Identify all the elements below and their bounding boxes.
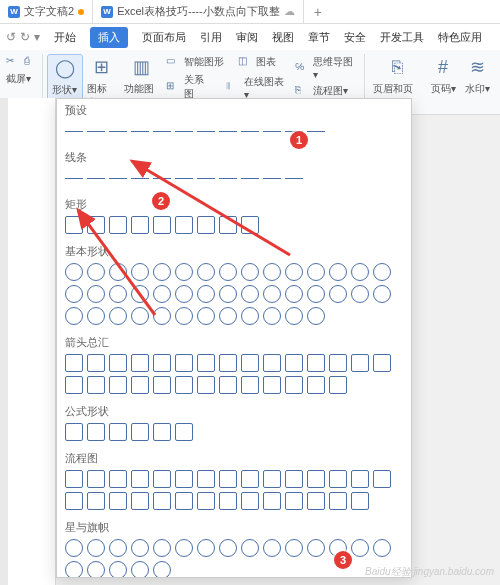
shape-item[interactable] xyxy=(131,169,149,187)
shape-item[interactable] xyxy=(65,263,83,281)
shape-item[interactable] xyxy=(263,307,281,325)
shape-item[interactable] xyxy=(65,561,83,578)
shape-item[interactable] xyxy=(175,122,193,140)
shape-item[interactable] xyxy=(109,423,127,441)
shape-item[interactable] xyxy=(131,561,149,578)
shape-item[interactable] xyxy=(65,376,83,394)
shape-item[interactable] xyxy=(197,539,215,557)
shape-item[interactable] xyxy=(65,122,83,140)
shape-item[interactable] xyxy=(197,263,215,281)
shape-item[interactable] xyxy=(241,122,259,140)
shape-item[interactable] xyxy=(241,376,259,394)
tab-doc2[interactable]: W Excel表格技巧----小数点向下取整 ☁ xyxy=(93,0,304,23)
screenshot-button[interactable]: 截屏▾ xyxy=(6,72,38,86)
shape-item[interactable] xyxy=(263,376,281,394)
shape-item[interactable] xyxy=(219,492,237,510)
shape-item[interactable] xyxy=(307,492,325,510)
shape-item[interactable] xyxy=(219,470,237,488)
shape-item[interactable] xyxy=(263,263,281,281)
pagenum-button[interactable]: # 页码▾ xyxy=(426,54,460,110)
shape-item[interactable] xyxy=(263,122,281,140)
shape-item[interactable] xyxy=(241,470,259,488)
shape-item[interactable] xyxy=(241,285,259,303)
tab-doc1[interactable]: W 文字文稿2 xyxy=(0,0,93,23)
shape-item[interactable] xyxy=(241,492,259,510)
shape-item[interactable] xyxy=(219,307,237,325)
shape-item[interactable] xyxy=(131,354,149,372)
shape-item[interactable] xyxy=(307,539,325,557)
shape-item[interactable] xyxy=(65,216,83,234)
shape-item[interactable] xyxy=(241,539,259,557)
shape-item[interactable] xyxy=(285,169,303,187)
shape-item[interactable] xyxy=(197,376,215,394)
shape-item[interactable] xyxy=(175,169,193,187)
shape-item[interactable] xyxy=(285,354,303,372)
shape-item[interactable] xyxy=(109,470,127,488)
shape-item[interactable] xyxy=(175,539,193,557)
shape-item[interactable] xyxy=(219,376,237,394)
shape-item[interactable] xyxy=(197,354,215,372)
shape-item[interactable] xyxy=(175,263,193,281)
shape-item[interactable] xyxy=(307,122,325,140)
shape-item[interactable] xyxy=(109,285,127,303)
shape-item[interactable] xyxy=(351,263,369,281)
shape-item[interactable] xyxy=(285,263,303,281)
menu-start[interactable]: 开始 xyxy=(54,30,76,45)
shape-item[interactable] xyxy=(241,307,259,325)
shape-item[interactable] xyxy=(329,470,347,488)
shape-item[interactable] xyxy=(241,169,259,187)
shape-item[interactable] xyxy=(153,423,171,441)
shape-item[interactable] xyxy=(219,354,237,372)
shape-item[interactable] xyxy=(329,285,347,303)
shape-item[interactable] xyxy=(109,122,127,140)
shape-item[interactable] xyxy=(329,376,347,394)
shape-item[interactable] xyxy=(153,263,171,281)
shape-item[interactable] xyxy=(65,169,83,187)
shape-item[interactable] xyxy=(153,169,171,187)
shape-item[interactable] xyxy=(307,354,325,372)
shape-item[interactable] xyxy=(285,376,303,394)
shape-item[interactable] xyxy=(131,539,149,557)
shape-item[interactable] xyxy=(307,263,325,281)
shape-item[interactable] xyxy=(109,169,127,187)
shape-item[interactable] xyxy=(329,354,347,372)
shape-item[interactable] xyxy=(109,376,127,394)
shape-item[interactable] xyxy=(329,263,347,281)
shape-item[interactable] xyxy=(373,470,391,488)
shape-item[interactable] xyxy=(263,354,281,372)
shape-item[interactable] xyxy=(87,285,105,303)
shape-item[interactable] xyxy=(65,307,83,325)
shape-item[interactable] xyxy=(307,285,325,303)
redo-button[interactable]: ↻ xyxy=(20,30,30,44)
shape-item[interactable] xyxy=(351,285,369,303)
shape-item[interactable] xyxy=(197,307,215,325)
shape-item[interactable] xyxy=(65,354,83,372)
shape-item[interactable] xyxy=(87,307,105,325)
shape-item[interactable] xyxy=(153,376,171,394)
shape-item[interactable] xyxy=(87,216,105,234)
shape-item[interactable] xyxy=(351,470,369,488)
shape-item[interactable] xyxy=(175,216,193,234)
shape-item[interactable] xyxy=(197,492,215,510)
shape-item[interactable] xyxy=(197,216,215,234)
shape-item[interactable] xyxy=(109,216,127,234)
shape-item[interactable] xyxy=(109,263,127,281)
shape-item[interactable] xyxy=(241,263,259,281)
shape-item[interactable] xyxy=(285,470,303,488)
shape-item[interactable] xyxy=(263,539,281,557)
menu-chapter[interactable]: 章节 xyxy=(308,30,330,45)
shape-item[interactable] xyxy=(153,307,171,325)
shape-item[interactable] xyxy=(373,263,391,281)
shape-item[interactable] xyxy=(197,169,215,187)
shape-item[interactable] xyxy=(131,285,149,303)
shape-item[interactable] xyxy=(175,492,193,510)
shape-item[interactable] xyxy=(153,285,171,303)
shape-item[interactable] xyxy=(131,307,149,325)
shape-item[interactable] xyxy=(263,492,281,510)
row-flowchart[interactable]: ⎘流程图▾ xyxy=(295,83,356,99)
row-mindmap[interactable]: ℅思维导图▾ xyxy=(295,54,356,81)
shape-item[interactable] xyxy=(131,263,149,281)
shape-item[interactable] xyxy=(373,539,391,557)
watermark-button[interactable]: ≋ 水印▾ xyxy=(460,54,494,110)
shape-item[interactable] xyxy=(65,470,83,488)
